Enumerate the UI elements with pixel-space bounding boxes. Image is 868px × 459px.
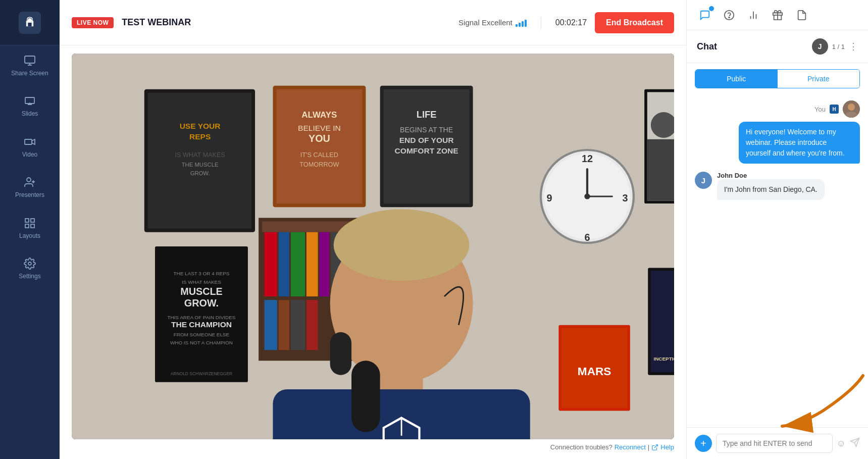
svg-text:USE YOUR: USE YOUR <box>180 122 221 130</box>
connection-separator: | <box>648 443 649 451</box>
svg-rect-38 <box>319 232 329 296</box>
svg-rect-8 <box>25 224 29 228</box>
toggle-public-button[interactable]: Public <box>695 70 778 88</box>
connection-bar: Connection troubles? Reconnect | Help <box>72 443 674 451</box>
other-message-content: John Doe I'm John from San Diego, CA. <box>717 172 825 200</box>
tab-offers[interactable] <box>768 5 788 25</box>
header-divider <box>541 17 541 29</box>
svg-text:THIS AREA OF PAIN DIVIDES: THIS AREA OF PAIN DIVIDES <box>167 315 235 320</box>
host-badge: H <box>830 105 839 114</box>
svg-point-76 <box>334 209 470 280</box>
svg-rect-36 <box>291 232 305 296</box>
toggle-private-button[interactable]: Private <box>778 70 860 88</box>
sidebar-item-label-slides: Slides <box>22 110 38 117</box>
chat-messages: You H Hi everyone! Welcome to my webinar… <box>687 94 868 427</box>
file-tab-icon <box>796 10 807 21</box>
svg-rect-41 <box>264 300 277 350</box>
emoji-button[interactable]: ☺ <box>837 438 846 449</box>
svg-text:FROM SOMEONE ELSE: FROM SOMEONE ELSE <box>174 332 230 337</box>
sidebar-item-settings[interactable]: Settings <box>0 248 60 289</box>
svg-rect-66 <box>647 139 674 201</box>
svg-point-5 <box>27 178 31 182</box>
svg-rect-35 <box>279 232 289 296</box>
sidebar-item-label-share-screen: Share Screen <box>11 70 48 77</box>
host-avatar-svg <box>843 100 860 118</box>
message-row: J John Doe I'm John from San Diego, CA. <box>695 172 860 200</box>
sidebar-item-label-layouts: Layouts <box>19 232 40 239</box>
sidebar-item-label-video: Video <box>22 151 37 158</box>
svg-text:COMFORT ZONE: COMFORT ZONE <box>395 146 458 155</box>
svg-text:IS WHAT MAKES: IS WHAT MAKES <box>182 279 221 285</box>
host-avatar-img <box>843 100 860 118</box>
svg-text:GROW.: GROW. <box>190 170 210 176</box>
sidebar-logo <box>0 0 60 45</box>
end-broadcast-button[interactable]: End Broadcast <box>595 12 674 33</box>
svg-rect-2 <box>25 56 35 63</box>
sidebar-item-label-settings: Settings <box>19 273 40 280</box>
add-attachment-button[interactable]: + <box>695 435 712 452</box>
tab-chat[interactable] <box>695 5 715 25</box>
svg-text:IT'S CALLED: IT'S CALLED <box>300 151 338 159</box>
chat-title: Chat <box>697 41 717 52</box>
john-avatar: J <box>695 172 712 189</box>
svg-point-94 <box>848 104 855 111</box>
svg-rect-20 <box>277 89 363 203</box>
help-link[interactable]: Help <box>660 443 674 451</box>
connection-troubles-text: Connection troubles? <box>550 443 612 451</box>
chat-tab-icon <box>699 10 710 21</box>
svg-text:THE MUSCLE: THE MUSCLE <box>182 162 219 168</box>
sidebar-item-video[interactable]: Video <box>0 127 60 167</box>
other-message-wrapper: J John Doe I'm John from San Diego, CA. <box>695 172 825 200</box>
svg-text:ALWAYS: ALWAYS <box>301 110 337 120</box>
message-bubble-1: Hi everyone! Welcome to my webinar. Plea… <box>739 122 860 164</box>
reconnect-link[interactable]: Reconnect <box>615 443 646 451</box>
svg-text:LIFE: LIFE <box>417 109 437 120</box>
slides-icon <box>24 95 36 107</box>
svg-text:ARNOLD SCHWARZENEGGER: ARNOLD SCHWARZENEGGER <box>171 371 233 376</box>
sidebar-item-layouts[interactable]: Layouts <box>0 208 60 248</box>
svg-line-85 <box>654 444 657 447</box>
svg-text:BELIEVE IN: BELIEVE IN <box>298 124 341 132</box>
chat-header: Chat J 1 / 1 ⋮ <box>687 30 868 63</box>
main-content: LIVE NOW TEST WEBINAR Signal Excellent 0… <box>60 0 686 459</box>
svg-text:REPS: REPS <box>189 132 211 141</box>
more-options-icon[interactable]: ⋮ <box>849 41 858 52</box>
svg-text:3: 3 <box>622 192 628 203</box>
question-tab-icon <box>724 10 735 21</box>
header: LIVE NOW TEST WEBINAR Signal Excellent 0… <box>60 0 686 45</box>
sidebar-item-slides[interactable]: Slides <box>0 86 60 126</box>
svg-rect-7 <box>31 219 34 222</box>
tab-questions[interactable] <box>719 5 739 25</box>
tab-polls[interactable] <box>743 5 763 25</box>
signal-label: Signal Excellent <box>458 18 513 27</box>
chat-input-area: + ☺ <box>687 427 868 459</box>
own-message-header: You H <box>814 100 860 118</box>
host-avatar: J <box>812 38 828 55</box>
message-row: You H Hi everyone! Welcome to my webinar… <box>695 100 860 164</box>
chat-tab-badge <box>709 6 714 11</box>
svg-point-87 <box>729 17 730 18</box>
polls-tab-icon <box>748 10 759 21</box>
svg-text:THE CHAMPION: THE CHAMPION <box>171 320 232 329</box>
sidebar: Share Screen Slides Video Presenters <box>0 0 60 459</box>
tab-files[interactable] <box>792 5 812 25</box>
svg-text:IS WHAT MAKES: IS WHAT MAKES <box>175 151 225 159</box>
chat-input[interactable] <box>716 434 833 453</box>
svg-rect-6 <box>25 219 29 222</box>
svg-rect-42 <box>279 300 289 350</box>
svg-rect-34 <box>264 232 277 296</box>
webinar-title: TEST WEBINAR <box>122 17 191 28</box>
svg-text:THE LAST 3 OR 4 REPS: THE LAST 3 OR 4 REPS <box>174 271 230 276</box>
monitor-icon <box>24 55 36 67</box>
send-button[interactable] <box>850 437 860 450</box>
live-badge: LIVE NOW <box>72 17 114 28</box>
chat-toggle: Public Private <box>695 69 860 88</box>
broadcast-timer: 00:02:17 <box>555 18 587 27</box>
sidebar-item-presenters[interactable]: Presenters <box>0 167 60 208</box>
svg-text:TOMORROW: TOMORROW <box>299 161 339 168</box>
gear-icon <box>24 258 36 270</box>
sidebar-item-share-screen[interactable]: Share Screen <box>0 45 60 86</box>
svg-rect-4 <box>25 139 32 144</box>
svg-text:9: 9 <box>546 192 552 203</box>
svg-text:END OF YOUR: END OF YOUR <box>399 136 454 144</box>
